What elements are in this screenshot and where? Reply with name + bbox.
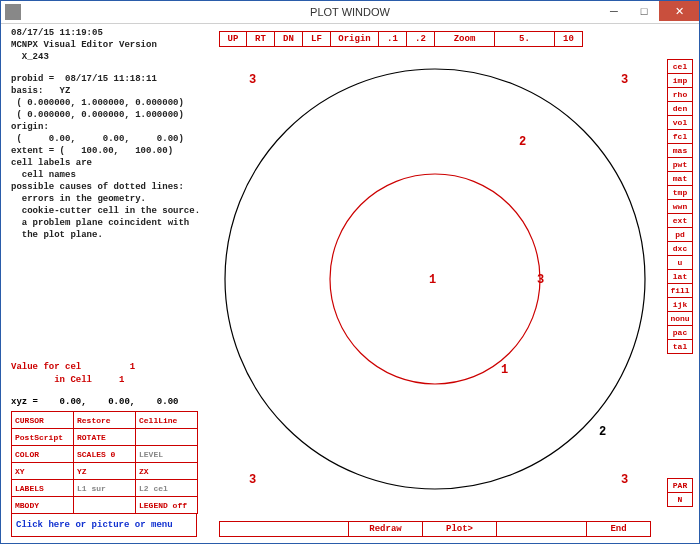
right-button-column: celimprhodenvolfclmaspwtmattmpwwnextpddx… [667,59,693,353]
top-btn-5.[interactable]: 5. [495,31,555,47]
right-btn-wwn[interactable]: wwn [667,199,693,214]
dotted-cause-4: the plot plane. [11,229,211,241]
close-button[interactable]: ✕ [659,1,699,21]
plot-label-br: 3 [621,473,628,487]
left-button-grid: CURSORRestoreCellLinePostScriptROTATECOL… [11,411,197,513]
program-name: MCNPX Visual Editor Version [11,39,211,51]
bottom-btn-0[interactable] [219,521,349,537]
grid-btn-CellLine[interactable]: CellLine [135,411,198,429]
grid-btn-XY[interactable]: XY [11,462,74,480]
right-btn-fcl[interactable]: fcl [667,129,693,144]
right-btn-cel[interactable]: cel [667,59,693,74]
right-btn-vol[interactable]: vol [667,115,693,130]
grid-btn-LABELS[interactable]: LABELS [11,479,74,497]
right-btn-imp[interactable]: imp [667,73,693,88]
top-btn-LF[interactable]: LF [303,31,331,47]
spacer [11,63,211,73]
minimize-button[interactable]: ─ [599,1,629,21]
window-buttons: ─ □ ✕ [599,1,699,21]
right-btn-u[interactable]: u [667,255,693,270]
plot-label-1b: 1 [501,363,508,377]
incell-line: in Cell 1 [11,375,124,385]
right-btn-pd[interactable]: pd [667,227,693,242]
top-btn-Origin[interactable]: Origin [331,31,379,47]
basis: basis: YZ [11,85,211,97]
grid-btn-blank-5[interactable] [135,428,198,446]
dotted-cause-head: possible causes of dotted lines: [11,181,211,193]
plot-label-2a: 2 [519,135,526,149]
right-btn-fill[interactable]: fill [667,283,693,298]
top-btn-UP[interactable]: UP [219,31,247,47]
right-btn-pwt[interactable]: pwt [667,157,693,172]
window-body: 08/17/15 11:19:05 MCNPX Visual Editor Ve… [1,23,699,543]
timestamp: 08/17/15 11:19:05 [11,27,211,39]
origin-label: origin: [11,121,211,133]
plot-label-1: 1 [429,273,436,287]
grid-btn-ROTATE[interactable]: ROTATE [73,428,136,446]
basis-v1: ( 0.000000, 1.000000, 0.000000) [11,97,211,109]
right-btn-tmp[interactable]: tmp [667,185,693,200]
right-btn-lat[interactable]: lat [667,269,693,284]
plot-area[interactable]: 1 3 3 3 3 2 3 1 2 [219,55,651,503]
par-button[interactable]: PAR [667,478,693,493]
grid-btn-COLOR[interactable]: COLOR [11,445,74,463]
grid-btn-Restore[interactable]: Restore [73,411,136,429]
top-btn-.1[interactable]: .1 [379,31,407,47]
click-hint[interactable]: Click here or picture or menu [11,513,197,537]
info-panel: 08/17/15 11:19:05 MCNPX Visual Editor Ve… [11,27,211,241]
origin-value: ( 0.00, 0.00, 0.00) [11,133,211,145]
n-button[interactable]: N [667,492,693,507]
right-btn-nonu[interactable]: nonu [667,311,693,326]
dotted-cause-3: a problem plane coincident with [11,217,211,229]
basis-v2: ( 0.000000, 0.000000, 1.000000) [11,109,211,121]
grid-btn-LEGEND off[interactable]: LEGEND off [135,496,198,514]
plot-label-bl: 3 [249,473,256,487]
right-btn-pac[interactable]: pac [667,325,693,340]
plot-label-tr: 3 [621,73,628,87]
file-name: X_243 [11,51,211,63]
plot-label-2b: 2 [599,425,606,439]
top-btn-.2[interactable]: .2 [407,31,435,47]
right-btn-mas[interactable]: mas [667,143,693,158]
extent: extent = ( 100.00, 100.00) [11,145,211,157]
bottom-button-row: RedrawPlot>End [219,521,651,537]
plot-window: PLOT WINDOW ─ □ ✕ 08/17/15 11:19:05 MCNP… [0,0,700,544]
grid-btn-CURSOR[interactable]: CURSOR [11,411,74,429]
right-btn-ext[interactable]: ext [667,213,693,228]
right-btn-rho[interactable]: rho [667,87,693,102]
bottom-btn-End[interactable]: End [587,521,651,537]
top-btn-Zoom[interactable]: Zoom [435,31,495,47]
plot-label-tl: 3 [249,73,256,87]
maximize-button[interactable]: □ [629,1,659,21]
right-btn-mat[interactable]: mat [667,171,693,186]
bottom-btn-Redraw[interactable]: Redraw [349,521,423,537]
grid-btn-L1 sur[interactable]: L1 sur [73,479,136,497]
grid-btn-blank-16[interactable] [73,496,136,514]
plot-label-3r: 3 [537,273,544,287]
grid-btn-ZX[interactable]: ZX [135,462,198,480]
top-btn-RT[interactable]: RT [247,31,275,47]
right-btn-den[interactable]: den [667,101,693,116]
bottom-btn-3[interactable] [497,521,587,537]
status-block: Value for cel 1 in Cell 1 [11,361,135,387]
top-btn-DN[interactable]: DN [275,31,303,47]
grid-btn-YZ[interactable]: YZ [73,462,136,480]
grid-btn-PostScript[interactable]: PostScript [11,428,74,446]
right-btn-ijk[interactable]: ijk [667,297,693,312]
cell-labels-2: cell names [11,169,211,181]
right-btn-dxc[interactable]: dxc [667,241,693,256]
titlebar: PLOT WINDOW ─ □ ✕ [1,1,699,24]
grid-btn-SCALES 0[interactable]: SCALES 0 [73,445,136,463]
probid: probid = 08/17/15 11:18:11 [11,73,211,85]
right-btn-tal[interactable]: tal [667,339,693,354]
grid-btn-L2 cel[interactable]: L2 cel [135,479,198,497]
top-button-row: UPRTDNLFOrigin.1.2Zoom5.10 [219,31,583,47]
grid-btn-MBODY[interactable]: MBODY [11,496,74,514]
bottom-btn-Plot>[interactable]: Plot> [423,521,497,537]
cell-labels-1: cell labels are [11,157,211,169]
value-line: Value for cel 1 [11,362,135,372]
grid-btn-LEVEL[interactable]: LEVEL [135,445,198,463]
xyz-line: xyz = 0.00, 0.00, 0.00 [11,397,178,407]
top-btn-10[interactable]: 10 [555,31,583,47]
dotted-cause-1: errors in the geometry. [11,193,211,205]
